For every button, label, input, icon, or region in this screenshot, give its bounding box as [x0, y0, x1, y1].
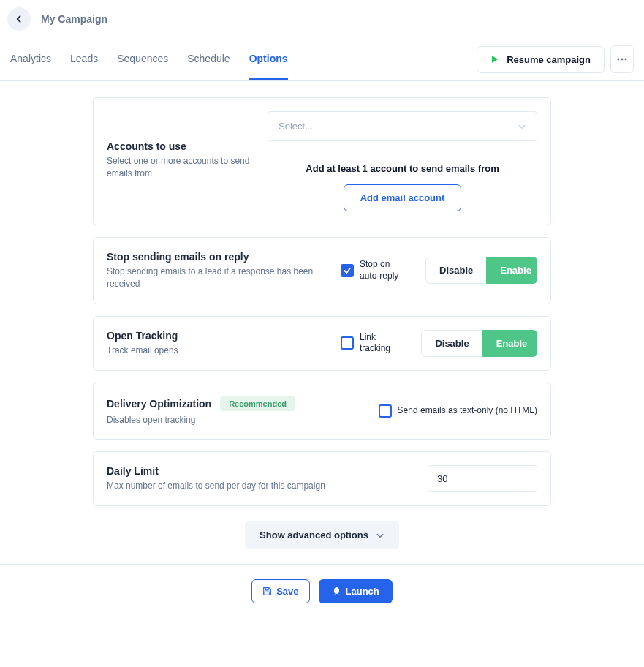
check-icon [343, 266, 352, 275]
show-advanced-options-label: Show advanced options [260, 530, 368, 540]
accounts-hint: Add at least 1 account to send emails fr… [306, 163, 499, 174]
chevron-left-icon [15, 15, 23, 23]
add-email-account-button[interactable]: Add email account [344, 184, 462, 211]
svg-point-1 [621, 59, 624, 61]
link-tracking-checkbox[interactable] [341, 336, 354, 350]
delivery-subtitle: Disables open tracking [107, 414, 311, 426]
open-tracking-subtitle: Track email opens [107, 344, 326, 357]
save-button[interactable]: Save [251, 579, 309, 603]
accounts-title: Accounts to use [107, 140, 253, 152]
stop-on-autoreply-label: Stop on auto-reply [360, 259, 411, 282]
svg-point-0 [618, 59, 620, 61]
tab-analytics[interactable]: Analytics [10, 47, 51, 79]
stop-on-reply-toggle: Disable Enable [425, 257, 537, 284]
save-icon [262, 587, 272, 596]
stop-on-reply-enable-button[interactable]: Enable [486, 257, 537, 284]
resume-campaign-label: Resume campaign [507, 54, 591, 65]
play-icon [490, 55, 499, 64]
open-tracking-title: Open Tracking [107, 330, 326, 342]
stop-on-reply-title: Stop sending emails on reply [107, 251, 326, 263]
open-tracking-disable-button[interactable]: Disable [421, 330, 482, 357]
delivery-optimization-card: Delivery Optimization Recommended Disabl… [93, 383, 551, 440]
accounts-card: Accounts to use Select one or more accou… [93, 97, 551, 225]
back-button[interactable] [7, 7, 31, 31]
launch-button[interactable]: Launch [319, 579, 393, 603]
show-advanced-options-button[interactable]: Show advanced options [245, 521, 399, 549]
chevron-down-icon [518, 122, 526, 131]
text-only-label: Send emails as text-only (no HTML) [398, 405, 537, 417]
accounts-select[interactable]: Select... [268, 111, 537, 141]
stop-on-reply-subtitle: Stop sending emails to a lead if a respo… [107, 265, 326, 290]
tab-schedule[interactable]: Schedule [187, 47, 230, 79]
save-label: Save [276, 586, 298, 597]
daily-limit-subtitle: Max number of emails to send per day for… [107, 480, 413, 492]
chevron-down-icon [376, 531, 384, 540]
dots-icon [617, 58, 627, 61]
tab-leads[interactable]: Leads [70, 47, 98, 79]
open-tracking-enable-button[interactable]: Enable [482, 330, 537, 357]
page-title: My Campaign [41, 13, 107, 25]
link-tracking-label: Link tracking [360, 332, 406, 355]
more-menu-button[interactable] [610, 45, 634, 73]
open-tracking-toggle: Disable Enable [421, 330, 537, 357]
stop-on-reply-card: Stop sending emails on reply Stop sendin… [93, 237, 551, 304]
launch-label: Launch [346, 586, 379, 597]
daily-limit-title: Daily Limit [107, 465, 413, 477]
daily-limit-card: Daily Limit Max number of emails to send… [93, 451, 551, 506]
stop-on-autoreply-checkbox[interactable] [341, 264, 354, 277]
tab-options[interactable]: Options [249, 47, 288, 80]
tabs-nav: Analytics Leads Sequences Schedule Optio… [10, 47, 288, 79]
resume-campaign-button[interactable]: Resume campaign [477, 46, 605, 73]
accounts-subtitle: Select one or more accounts to send emai… [107, 155, 253, 180]
open-tracking-card: Open Tracking Track email opens Link tra… [93, 316, 551, 371]
delivery-title: Delivery Optimization [107, 398, 211, 410]
daily-limit-input[interactable] [428, 465, 537, 492]
recommended-badge: Recommended [220, 396, 295, 411]
text-only-checkbox[interactable] [379, 404, 392, 418]
stop-on-reply-disable-button[interactable]: Disable [425, 257, 486, 284]
svg-point-2 [625, 59, 627, 61]
rocket-icon [332, 587, 341, 596]
accounts-select-placeholder: Select... [279, 121, 313, 132]
tab-sequences[interactable]: Sequences [117, 47, 168, 79]
